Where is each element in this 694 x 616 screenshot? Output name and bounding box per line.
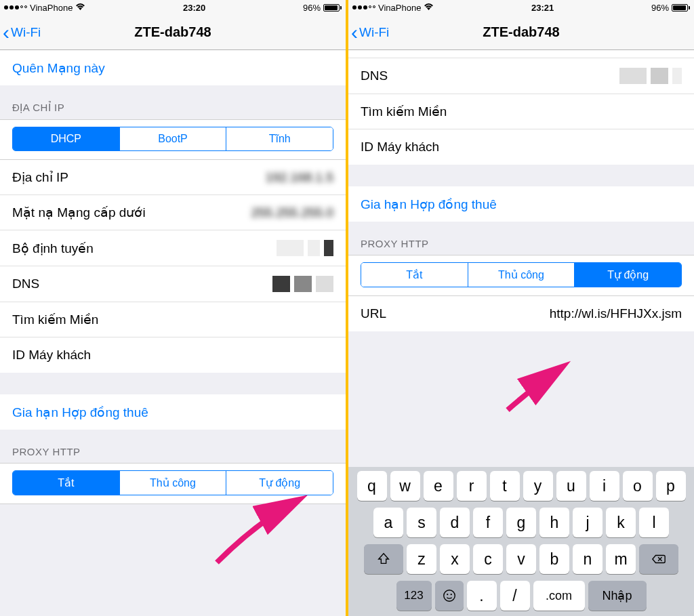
row-ip[interactable]: Địa chỉ IP 192.168.1.5 — [0, 160, 346, 195]
url-label: URL — [361, 306, 386, 321]
key-t[interactable]: t — [490, 471, 520, 501]
key-r[interactable]: r — [457, 471, 487, 501]
key-j[interactable]: j — [573, 508, 603, 537]
seg-proxy-auto[interactable]: Tự động — [575, 263, 681, 287]
seg-dhcp[interactable]: DHCP — [13, 127, 120, 150]
clock: 23:21 — [531, 3, 554, 13]
row-domain[interactable]: Tìm kiếm Miền — [0, 302, 346, 337]
key-a[interactable]: a — [373, 508, 403, 537]
key-b[interactable]: b — [539, 544, 569, 574]
chevron-left-icon: ‹ — [3, 22, 9, 43]
key-row-1: q w e r t y u i o p — [351, 471, 691, 501]
signal-dots-icon — [352, 5, 375, 9]
seg-proxy-manual[interactable]: Thủ công — [468, 263, 575, 287]
emoji-icon — [442, 588, 457, 603]
router-value — [277, 240, 333, 256]
ip-mode-segmented: DHCP BootP Tĩnh — [12, 127, 333, 151]
battery-percent: 96% — [303, 3, 321, 13]
subnet-value: 255.255.255.0 — [251, 205, 333, 220]
status-bar: VinaPhone 23:20 96% — [0, 0, 346, 15]
page-title: ZTE-dab748 — [134, 24, 211, 40]
row-client[interactable]: ID Máy khách — [0, 337, 346, 373]
carrier-label: VinaPhone — [378, 3, 421, 13]
clock: 23:20 — [183, 3, 205, 13]
seg-static[interactable]: Tĩnh — [226, 127, 333, 150]
wifi-icon — [75, 3, 85, 13]
key-backspace[interactable] — [639, 544, 678, 574]
key-s[interactable]: s — [407, 508, 436, 537]
section-proxy: PROXY HTTP — [0, 430, 346, 463]
key-k[interactable]: k — [606, 508, 636, 537]
key-emoji[interactable] — [435, 581, 464, 611]
back-button[interactable]: ‹ Wi-Fi — [348, 22, 389, 43]
seg-bootp[interactable]: BootP — [120, 127, 227, 150]
key-p[interactable]: p — [656, 471, 686, 501]
key-slash[interactable]: / — [500, 581, 530, 611]
renew-lease-row[interactable]: Gia hạn Hợp đồng thuê — [348, 186, 694, 222]
key-w[interactable]: w — [390, 471, 420, 501]
key-i[interactable]: i — [590, 471, 619, 501]
key-u[interactable]: u — [556, 471, 586, 501]
proxy-segmented: Tắt Thủ công Tự động — [361, 262, 682, 287]
row-domain[interactable]: Tìm kiếm Miền — [348, 94, 694, 129]
key-shift[interactable] — [364, 544, 403, 574]
key-y[interactable]: y — [523, 471, 553, 501]
key-q[interactable]: q — [357, 471, 387, 501]
key-123[interactable]: 123 — [396, 581, 432, 611]
key-g[interactable]: g — [506, 508, 536, 537]
seg-proxy-off[interactable]: Tắt — [13, 471, 120, 495]
annotation-arrow-icon — [497, 359, 579, 420]
back-button[interactable]: ‹ Wi-Fi — [0, 22, 41, 43]
key-v[interactable]: v — [506, 544, 536, 574]
key-c[interactable]: c — [473, 544, 503, 574]
row-url[interactable]: URL — [348, 296, 694, 331]
key-f[interactable]: f — [473, 508, 503, 537]
nav-bar: ‹ Wi-Fi ZTE-dab748 — [348, 15, 694, 50]
key-m[interactable]: m — [606, 544, 636, 574]
nav-bar: ‹ Wi-Fi ZTE-dab748 — [0, 15, 346, 50]
row-dns[interactable]: DNS — [348, 58, 694, 94]
key-z[interactable]: z — [407, 544, 436, 574]
wifi-icon — [424, 3, 434, 13]
key-h[interactable]: h — [539, 508, 569, 537]
dns-value — [619, 68, 682, 84]
key-row-4: 123 . / .com Nhập — [351, 581, 691, 611]
forget-network-row[interactable]: Quên Mạng này — [0, 50, 346, 85]
backspace-icon — [651, 552, 666, 567]
key-n[interactable]: n — [573, 544, 603, 574]
key-dotcom[interactable]: .com — [533, 581, 585, 611]
page-title: ZTE-dab748 — [483, 24, 559, 40]
key-l[interactable]: l — [639, 508, 669, 537]
url-input[interactable] — [492, 306, 682, 321]
section-proxy: PROXY HTTP — [348, 222, 694, 255]
seg-proxy-off[interactable]: Tắt — [361, 263, 468, 287]
phone-right: VinaPhone 23:21 96% ‹ Wi-Fi ZTE-dab748 D… — [348, 0, 694, 616]
key-enter[interactable]: Nhập — [588, 581, 647, 611]
key-x[interactable]: x — [440, 544, 470, 574]
key-d[interactable]: d — [440, 508, 470, 537]
seg-proxy-manual[interactable]: Thủ công — [120, 471, 227, 495]
key-row-2: a s d f g h j k l — [351, 508, 691, 537]
battery-icon — [323, 4, 342, 12]
battery-icon — [672, 4, 690, 12]
proxy-segmented: Tắt Thủ công Tự động — [12, 470, 333, 495]
key-period[interactable]: . — [467, 581, 497, 611]
section-ip: ĐỊA CHỈ IP — [0, 85, 346, 119]
row-subnet[interactable]: Mặt nạ Mạng cấp dưới 255.255.255.0 — [0, 195, 346, 230]
row-client[interactable]: ID Máy khách — [348, 129, 694, 165]
settings-content[interactable]: Quên Mạng này ĐỊA CHỈ IP DHCP BootP Tĩnh… — [0, 50, 346, 616]
ip-value: 192.168.1.5 — [266, 170, 333, 185]
row-router[interactable]: Bộ định tuyến — [0, 230, 346, 266]
shift-icon — [376, 552, 391, 567]
settings-content[interactable]: DNS Tìm kiếm Miền ID Máy khách Gia hạn H… — [348, 50, 694, 352]
status-bar: VinaPhone 23:21 96% — [348, 0, 694, 15]
renew-lease-row[interactable]: Gia hạn Hợp đồng thuê — [0, 394, 346, 430]
key-o[interactable]: o — [623, 471, 653, 501]
svg-point-4 — [450, 594, 451, 595]
row-dns[interactable]: DNS — [0, 266, 346, 302]
signal-dots-icon — [4, 5, 27, 9]
back-label: Wi-Fi — [11, 25, 41, 40]
key-e[interactable]: e — [424, 471, 453, 501]
seg-proxy-auto[interactable]: Tự động — [226, 471, 333, 495]
phone-left: VinaPhone 23:20 96% ‹ Wi-Fi ZTE-dab748 Q… — [0, 0, 346, 616]
